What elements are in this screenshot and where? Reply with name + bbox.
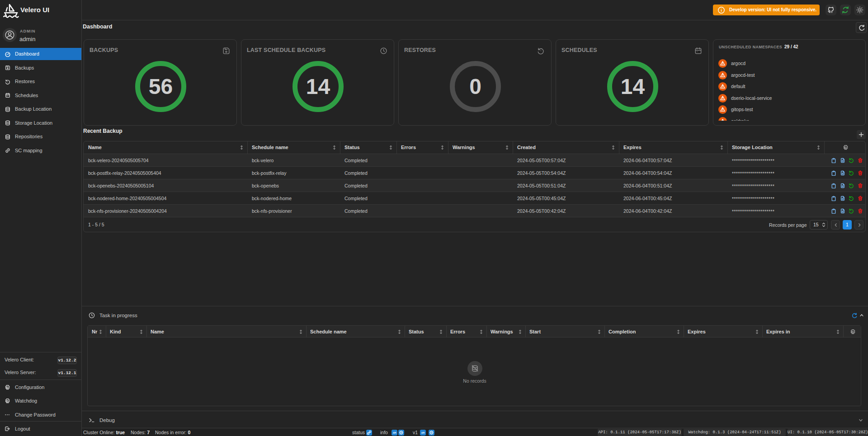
svg-text:API: API bbox=[421, 431, 425, 434]
svg-text:API: API bbox=[393, 431, 396, 434]
